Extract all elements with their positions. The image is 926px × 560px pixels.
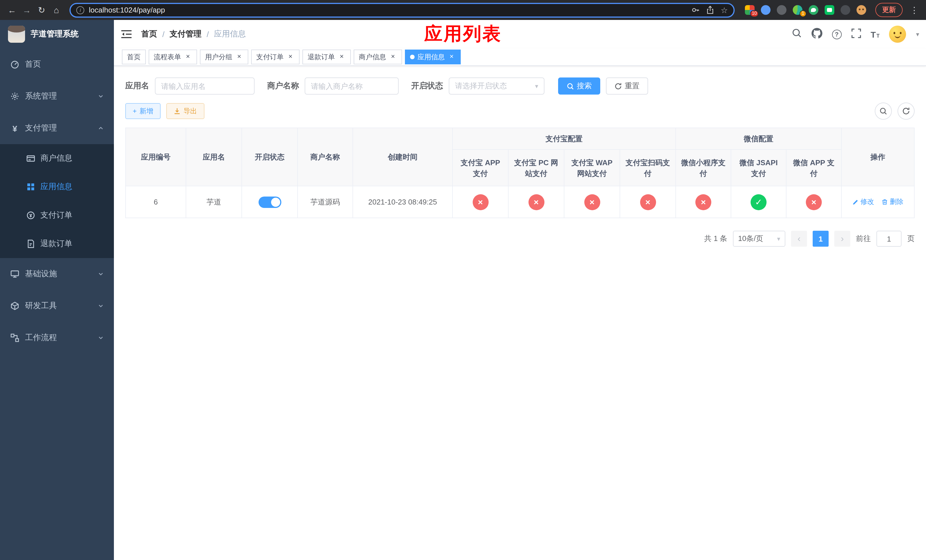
tab-label: 应用信息 xyxy=(418,52,445,62)
fullscreen-icon[interactable] xyxy=(851,28,861,40)
extension-icon[interactable] xyxy=(825,5,834,15)
close-icon[interactable]: × xyxy=(448,53,455,61)
extension-icon[interactable] xyxy=(856,5,866,15)
apps-table: 应用编号 应用名 开启状态 商户名称 创建时间 支付宝配置 微信配置 操作 支付… xyxy=(125,128,915,218)
tab-home[interactable]: 首页 xyxy=(122,50,146,64)
chevron-up-icon xyxy=(98,125,104,131)
close-icon[interactable]: × xyxy=(184,53,192,61)
alipay-pc-status-icon: × xyxy=(528,194,544,210)
bookmark-star-icon[interactable]: ☆ xyxy=(721,6,728,14)
goto-page-input[interactable] xyxy=(876,231,902,247)
close-icon[interactable]: × xyxy=(338,53,346,61)
sidebar-item-home[interactable]: 首页 xyxy=(0,48,114,80)
extension-icon[interactable] xyxy=(761,5,770,15)
trash-icon xyxy=(882,199,888,205)
filter-form: 应用名 商户名称 开启状态 请选择开启状态 ▾ 搜索 重置 xyxy=(125,77,915,95)
close-icon[interactable]: × xyxy=(389,53,397,61)
reset-button[interactable]: 重置 xyxy=(606,77,648,95)
extension-icon[interactable] xyxy=(809,5,819,15)
status-toggle[interactable] xyxy=(258,196,281,207)
browser-window: ← → ↻ ⌂ i localhost:1024/pay/app ☆ 10 1 … xyxy=(0,0,926,560)
sidebar-item-merchant-info[interactable]: 商户信息 xyxy=(0,144,114,173)
extension-icon[interactable] xyxy=(777,5,787,15)
reload-icon[interactable]: ↻ xyxy=(35,5,48,15)
gear-icon xyxy=(10,92,20,101)
column-header-actions: 操作 xyxy=(841,128,914,186)
extensions-area: 10 1 xyxy=(745,5,866,15)
tab-label: 首页 xyxy=(127,52,141,62)
user-avatar[interactable] xyxy=(889,26,906,43)
sidebar-item-dev-tools[interactable]: 研发工具 xyxy=(0,290,114,322)
tab-refund-order[interactable]: 退款订单× xyxy=(303,50,351,64)
forward-icon[interactable]: → xyxy=(21,5,33,15)
font-size-icon[interactable]: TT xyxy=(871,30,879,38)
next-page-button[interactable]: › xyxy=(834,231,850,247)
breadcrumb-home[interactable]: 首页 xyxy=(141,29,157,39)
url-bar[interactable]: i localhost:1024/pay/app ☆ xyxy=(70,3,735,17)
tab-merchant-info[interactable]: 商户信息× xyxy=(354,50,402,64)
pay-order-icon xyxy=(26,211,35,220)
add-button[interactable]: + 新增 xyxy=(125,103,160,119)
share-icon[interactable] xyxy=(707,6,714,14)
info-icon[interactable]: i xyxy=(76,6,84,14)
close-icon[interactable]: × xyxy=(286,53,294,61)
extension-icon[interactable] xyxy=(841,5,850,15)
tab-label: 用户分组 xyxy=(205,52,232,62)
merchant-name-input[interactable] xyxy=(305,77,399,95)
sidebar-item-app-info[interactable]: 应用信息 xyxy=(0,173,114,201)
browser-menu-icon[interactable]: ⋮ xyxy=(908,5,920,15)
help-icon[interactable]: ? xyxy=(832,29,842,39)
extension-icon[interactable]: 10 xyxy=(745,5,755,15)
github-icon[interactable] xyxy=(811,28,822,41)
page-1-button[interactable]: 1 xyxy=(813,231,829,247)
search-button[interactable]: 搜索 xyxy=(558,77,600,95)
delete-button[interactable]: 删除 xyxy=(882,197,903,207)
sidebar-toggle-icon[interactable] xyxy=(121,29,132,39)
extension-icon[interactable]: 1 xyxy=(793,5,802,15)
sidebar-item-label: 应用信息 xyxy=(41,182,72,192)
tab-label: 流程表单 xyxy=(154,52,181,62)
tab-app-info[interactable]: 应用信息× xyxy=(405,50,461,64)
home-icon[interactable]: ⌂ xyxy=(50,5,63,15)
payment-submenu: 商户信息 应用信息 支付订单 退款订单 xyxy=(0,144,114,258)
page-size-select[interactable]: 10条/页 ▾ xyxy=(733,231,785,247)
tab-pay-order[interactable]: 支付订单× xyxy=(251,50,300,64)
sidebar-item-payment[interactable]: ¥ 支付管理 xyxy=(0,112,114,144)
sidebar-item-system[interactable]: 系统管理 xyxy=(0,80,114,112)
close-icon[interactable]: × xyxy=(235,53,243,61)
monitor-icon xyxy=(10,269,20,278)
app-title: 芋道管理系统 xyxy=(31,29,79,39)
back-icon[interactable]: ← xyxy=(6,5,18,15)
tab-user-group[interactable]: 用户分组× xyxy=(200,50,248,64)
toggle-search-button[interactable] xyxy=(875,103,892,120)
app-list-page: 应用名 商户名称 开启状态 请选择开启状态 ▾ 搜索 重置 xyxy=(114,66,926,560)
plus-icon: + xyxy=(133,107,137,115)
cell-app-name: 芋道 xyxy=(186,186,242,218)
status-select[interactable]: 请选择开启状态 ▾ xyxy=(449,77,545,95)
app-name-input[interactable] xyxy=(155,77,254,95)
sidebar-item-workflow[interactable]: 工作流程 xyxy=(0,322,114,354)
table-toolbar: + 新增 导出 xyxy=(125,103,915,120)
column-header-merchant: 商户名称 xyxy=(298,128,353,186)
search-icon[interactable] xyxy=(791,28,802,41)
sidebar-item-infrastructure[interactable]: 基础设施 xyxy=(0,258,114,290)
password-key-icon[interactable] xyxy=(691,6,700,14)
sidebar-item-label: 商户信息 xyxy=(41,153,72,163)
tab-process-form[interactable]: 流程表单× xyxy=(149,50,197,64)
browser-chrome: ← → ↻ ⌂ i localhost:1024/pay/app ☆ 10 1 … xyxy=(0,0,926,20)
download-icon xyxy=(174,107,180,115)
export-button[interactable]: 导出 xyxy=(166,103,204,119)
url-text[interactable]: localhost:1024/pay/app xyxy=(89,6,687,14)
extension-badge: 10 xyxy=(750,10,758,17)
sidebar-item-pay-order[interactable]: 支付订单 xyxy=(0,201,114,230)
browser-update-button[interactable]: 更新 xyxy=(875,3,903,17)
chevron-down-icon[interactable]: ▾ xyxy=(916,30,919,38)
prev-page-button[interactable]: ‹ xyxy=(791,231,807,247)
column-header-alipay-wap: 支付宝 WAP 网站支付 xyxy=(564,150,620,186)
breadcrumb-payment[interactable]: 支付管理 xyxy=(170,29,201,39)
edit-button[interactable]: 修改 xyxy=(852,197,874,207)
sidebar-item-refund-order[interactable]: 退款订单 xyxy=(0,230,114,258)
tab-label: 退款订单 xyxy=(307,52,335,62)
breadcrumb-separator: / xyxy=(162,30,165,39)
refresh-table-button[interactable] xyxy=(897,103,915,120)
